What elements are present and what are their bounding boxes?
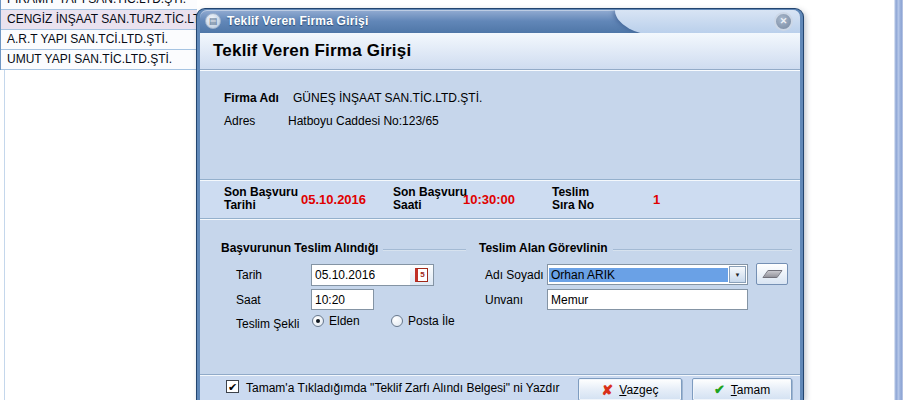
officer-group-title: Teslim Alan Görevlinin <box>479 241 792 255</box>
cancel-button[interactable]: ✘ Vazgeç <box>578 378 682 400</box>
list-item[interactable]: A.R.T YAPI SAN.TCİ.LTD.ŞTİ. <box>1 30 197 50</box>
heading-band: Teklif Veren Firma Girişi <box>200 33 800 70</box>
saat-label: Saat <box>236 293 261 307</box>
list-item[interactable]: UMUT YAPI SAN.TİC.LTD.ŞTİ. <box>1 50 197 70</box>
dialog-body: Teklif Veren Firma Girişi Firma Adı GÜNE… <box>200 33 800 400</box>
list-item-selected[interactable]: CENGİZ İNŞAAT SAN.TURZ.TİC.LTD.ŞTİ. <box>1 10 197 30</box>
chevron-down-icon[interactable]: ▼ <box>729 266 746 283</box>
radio-elden-label: Elden <box>329 314 360 328</box>
address-label: Adres <box>224 114 255 128</box>
eraser-icon <box>762 270 783 278</box>
ok-check-icon: ✔ <box>714 383 725 396</box>
dialog-teklif-veren-firma-girisi: ▤ Teklif Veren Firma Girişi ✕ Teklif Ver… <box>197 9 803 400</box>
print-checkbox[interactable]: ✔ <box>226 380 239 393</box>
tarih-label: Tarih <box>236 268 262 282</box>
radio-elden[interactable]: Elden <box>312 314 360 328</box>
received-group-title-text: Başvurunun Teslim Alındığı <box>221 241 378 255</box>
firm-name-label: Firma Adı <box>224 91 279 105</box>
unvani-input[interactable] <box>547 289 748 310</box>
page-title: Teklif Veren Firma Girişi <box>213 41 411 61</box>
window-icon: ▤ <box>205 13 221 29</box>
radio-posta-ile[interactable]: Posta İle <box>391 314 455 328</box>
order-no-label: Teslim Sıra No <box>552 186 607 212</box>
company-list: PİRAMİT YAPI SAN.TİC.LTD.ŞTİ. CENGİZ İNŞ… <box>0 0 197 70</box>
tarih-input[interactable] <box>311 264 411 286</box>
radio-circle-icon <box>312 315 324 327</box>
screen: PİRAMİT YAPI SAN.TİC.LTD.ŞTİ. CENGİZ İNŞ… <box>0 0 903 400</box>
unvani-label: Unvanı <box>485 293 523 307</box>
group-rule <box>383 249 466 251</box>
firm-name-value: GÜNEŞ İNŞAAT SAN.TİC.LTD.ŞTİ. <box>293 91 482 105</box>
saat-input[interactable] <box>311 289 374 310</box>
close-icon[interactable]: ✕ <box>774 12 793 31</box>
group-rule <box>613 249 792 251</box>
footer-bar: ✔ Tamam'a Tıkladığımda "Teklif Zarfı Alı… <box>200 376 800 400</box>
order-no-value: 1 <box>653 192 660 207</box>
deadline-date-value: 05.10.2016 <box>301 192 366 207</box>
radio-circle-icon <box>391 315 403 327</box>
cancel-x-icon: ✘ <box>602 383 614 397</box>
address-value: Hatboyu Caddesi No:123/65 <box>288 114 439 128</box>
deadline-time-value: 10:30:00 <box>463 192 515 207</box>
titlebar-swoosh <box>615 10 800 33</box>
received-group-title: Başvurunun Teslim Alındığı <box>221 241 466 255</box>
window-edge-strip <box>894 0 903 400</box>
calendar-icon: 5 <box>415 268 428 282</box>
dialog-titlebar[interactable]: ▤ Teklif Veren Firma Girişi ✕ <box>200 10 800 33</box>
radio-posta-label: Posta İle <box>408 314 455 328</box>
deadline-date-label: Son Başvuru Tarihi <box>224 186 306 212</box>
adi-soyadi-label: Adı Soyadı <box>485 268 544 282</box>
list-item[interactable]: PİRAMİT YAPI SAN.TİC.LTD.ŞTİ. <box>1 0 197 10</box>
adi-soyadi-value: Orhan ARIK <box>549 268 728 282</box>
dialog-title: Teklif Veren Firma Girişi <box>227 14 369 28</box>
officer-group-title-text: Teslim Alan Görevlinin <box>479 241 608 255</box>
ok-button-label: Tamam <box>731 383 770 397</box>
print-checkbox-label[interactable]: Tamam'a Tıkladığımda "Teklif Zarfı Alınd… <box>246 381 560 395</box>
ok-button[interactable]: ✔ Tamam <box>692 378 792 400</box>
footer-separator <box>200 374 800 375</box>
cancel-button-label: Vazgeç <box>619 383 658 397</box>
adi-soyadi-combobox[interactable]: Orhan ARIK ▼ <box>547 264 748 285</box>
calendar-button[interactable]: 5 <box>410 264 434 286</box>
deadline-band: Son Başvuru Tarihi 05.10.2016 Son Başvur… <box>200 179 800 219</box>
teslim-sekli-label: Teslim Şekli <box>236 317 299 331</box>
clear-button[interactable] <box>756 263 788 285</box>
